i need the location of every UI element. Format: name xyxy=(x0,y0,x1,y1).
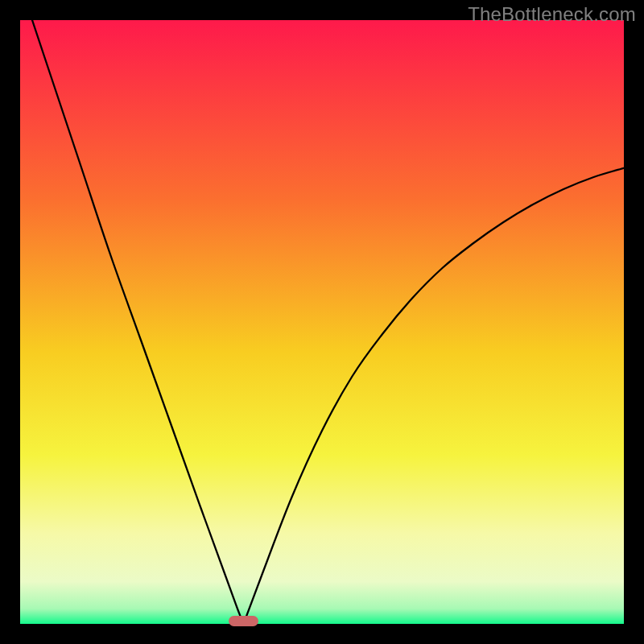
minimum-marker xyxy=(229,616,259,627)
chart-frame xyxy=(20,20,624,624)
chart-background xyxy=(20,20,624,624)
watermark-text: TheBottleneck.com xyxy=(468,3,636,26)
chart-svg xyxy=(20,20,624,624)
